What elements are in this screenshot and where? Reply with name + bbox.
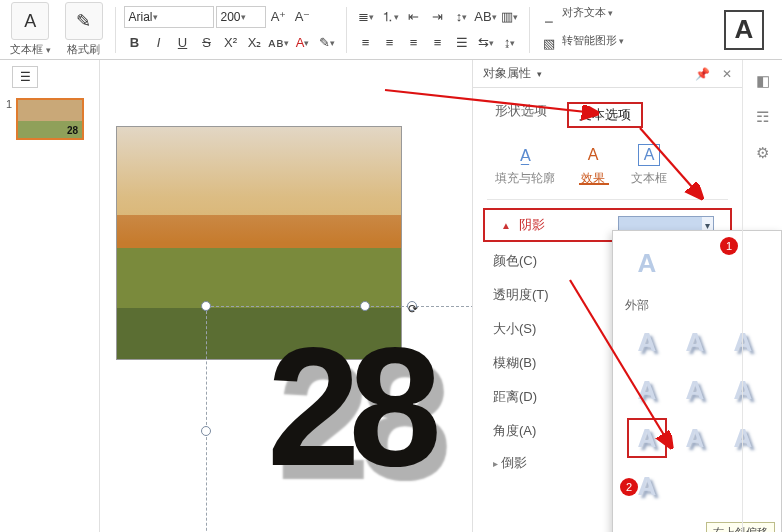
- resize-handle-n[interactable]: [360, 301, 370, 311]
- annotation-circle-2: 2: [620, 478, 638, 496]
- thumbnail-index: 1: [6, 98, 12, 110]
- underline-button[interactable]: U: [172, 32, 194, 54]
- font-size-select[interactable]: 200: [216, 6, 266, 28]
- change-case-button[interactable]: ᴀʙ: [268, 32, 290, 54]
- format-painter-icon: ✎: [65, 2, 103, 40]
- align-center-button[interactable]: ≡: [379, 32, 401, 54]
- subtab-fill-outline[interactable]: A̲ 填充与轮廓: [495, 144, 555, 187]
- decrease-font-icon[interactable]: A⁻: [292, 6, 314, 28]
- increase-indent-button[interactable]: ⇥: [427, 6, 449, 28]
- reflection-label: 倒影: [501, 455, 527, 470]
- spacing-button[interactable]: ↨: [499, 32, 521, 54]
- textbox-label: 文本框: [10, 42, 51, 57]
- strike-button[interactable]: S: [196, 32, 218, 54]
- ribbon-separator: [529, 7, 530, 53]
- indent-settings-button[interactable]: ⇆: [475, 32, 497, 54]
- pin-icon[interactable]: 📌: [695, 67, 710, 81]
- gutter-settings-icon[interactable]: ⚙: [752, 142, 774, 164]
- format-painter-button-group[interactable]: ✎ 格式刷: [61, 2, 107, 57]
- align-text-label[interactable]: 对齐文本: [562, 5, 614, 27]
- slide-thumbnail-1[interactable]: 1 28: [6, 98, 93, 140]
- highlight-button[interactable]: ✎: [316, 32, 338, 54]
- numbering-button[interactable]: ⒈: [379, 6, 401, 28]
- textbox-button-group[interactable]: A 文本框: [6, 2, 55, 57]
- close-panel-icon[interactable]: ✕: [722, 67, 732, 81]
- ribbon-separator: [346, 7, 347, 53]
- superscript-button[interactable]: X²: [220, 32, 242, 54]
- svg-line-2: [570, 280, 670, 445]
- outline-toggle-icon[interactable]: ☰: [12, 66, 38, 88]
- align-right-button[interactable]: ≡: [403, 32, 425, 54]
- subtab-fill-label: 填充与轮廓: [495, 170, 555, 187]
- gutter-icon[interactable]: ☶: [752, 106, 774, 128]
- decrease-indent-button[interactable]: ⇤: [403, 6, 425, 28]
- columns-button[interactable]: ▥: [499, 6, 521, 28]
- resize-handle-w[interactable]: [201, 426, 211, 436]
- rotate-handle[interactable]: ⟳: [407, 301, 417, 311]
- slide-canvas[interactable]: ⟳ 28: [110, 80, 450, 510]
- svg-line-1: [640, 128, 700, 196]
- align-text-icon[interactable]: ⎯: [538, 5, 560, 27]
- slides-thumbnail-strip: ☰ 1 28: [0, 60, 100, 532]
- annotation-circle-1: 1: [720, 237, 738, 255]
- slide-text-28[interactable]: 28: [267, 323, 430, 491]
- text-effects-big-a[interactable]: A: [724, 10, 764, 50]
- format-painter-label: 格式刷: [67, 42, 100, 57]
- smart-art-icon[interactable]: ▧: [538, 33, 560, 55]
- textbox-icon: A: [11, 2, 49, 40]
- line-spacing-button[interactable]: ↕: [451, 6, 473, 28]
- annotation-arrow: [550, 110, 720, 210]
- smart-art-label[interactable]: 转智能图形: [562, 33, 625, 55]
- gutter-icon[interactable]: ◧: [752, 70, 774, 92]
- annotation-arrow: [540, 270, 720, 480]
- ribbon: A 文本框 ✎ 格式刷 Arial 200 A⁺ A⁻ B I U S X² X…: [0, 0, 782, 60]
- shadow-section-label: 阴影: [519, 216, 545, 234]
- subscript-button[interactable]: X₂: [244, 32, 266, 54]
- ribbon-separator: [115, 7, 116, 53]
- tool-gutter: ◧ ☶ ⚙: [742, 60, 782, 532]
- align-justify-button[interactable]: ≡: [427, 32, 449, 54]
- font-color-button[interactable]: A: [292, 32, 314, 54]
- fill-outline-icon: A̲: [514, 144, 536, 166]
- thumbnail-text: 28: [67, 125, 78, 136]
- align-left-button[interactable]: ≡: [355, 32, 377, 54]
- collapse-triangle-icon: ▲: [501, 220, 511, 231]
- resize-handle-nw[interactable]: [201, 301, 211, 311]
- font-name-select[interactable]: Arial: [124, 6, 214, 28]
- bold-button[interactable]: B: [124, 32, 146, 54]
- bullets-button[interactable]: ≣: [355, 6, 377, 28]
- increase-font-icon[interactable]: A⁺: [268, 6, 290, 28]
- text-direction-button[interactable]: AB: [475, 6, 497, 28]
- distribute-button[interactable]: ☰: [451, 32, 473, 54]
- italic-button[interactable]: I: [148, 32, 170, 54]
- thumbnail-image: 28: [16, 98, 84, 140]
